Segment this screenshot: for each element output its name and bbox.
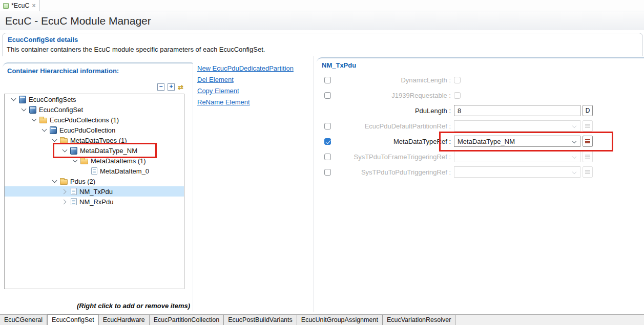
row-enable-checkbox[interactable] — [324, 138, 331, 145]
folder-icon — [60, 138, 68, 144]
tree-node-metadataitem-0[interactable]: MetaDataItem_0 — [5, 166, 184, 176]
default-value-button[interactable]: D — [583, 105, 593, 116]
form-row-dynamiclength: DynamicLength : — [324, 74, 644, 85]
field-label: J1939Requestable : — [335, 92, 451, 99]
chevron-down-icon[interactable] — [51, 178, 58, 185]
close-icon[interactable]: × — [32, 3, 35, 8]
editor-tab-ecuc[interactable]: *EcuC × — [0, 0, 40, 11]
tree-node-label: MetaDataItem_0 — [100, 167, 149, 175]
row-enable-checkbox[interactable] — [324, 154, 331, 160]
tree-node-metadataitems[interactable]: MetaDataItems (1) — [5, 156, 184, 166]
page-title: EcuC - EcuC Module Manager — [5, 15, 151, 27]
form-rows: DynamicLength : J1939Requestable : PduLe… — [317, 74, 644, 178]
form-row-metadatatyperef: MetaDataTypeRef : MetaDataType_NM — [324, 136, 644, 147]
section-box: EcucConfigSet details This container con… — [2, 33, 643, 56]
tree-node-label: EcucPduCollections (1) — [50, 116, 119, 124]
editor-tab-title: *EcuC — [11, 2, 29, 9]
tree-node-nm-rxpdu[interactable]: NM_RxPdu — [5, 197, 184, 207]
dynamiclength-checkbox[interactable] — [454, 77, 461, 83]
chevron-down-icon[interactable] — [30, 116, 37, 123]
del-element-link[interactable]: Del Element — [197, 76, 294, 83]
j1939requestable-checkbox[interactable] — [454, 92, 461, 99]
chevron-right-icon[interactable] — [61, 198, 68, 205]
list-icon — [585, 125, 590, 126]
tree-node-ecucconfigset[interactable]: EcucConfigSet — [5, 104, 184, 115]
form-row-j1939requestable: J1939Requestable : — [324, 90, 644, 101]
list-icon — [585, 156, 590, 157]
ref-list-button[interactable] — [583, 120, 593, 132]
tree-node-label: MetaDataItems (1) — [91, 157, 146, 165]
detail-form-panel: NM_TxPdu DynamicLength : J1939Requestabl… — [317, 57, 644, 311]
leaf-spacer — [81, 167, 89, 175]
chevron-down-icon[interactable] — [10, 96, 17, 103]
ref-list-button[interactable] — [583, 136, 593, 147]
folder-icon — [80, 159, 88, 164]
tab-ecucvariationresolver[interactable]: EcucVariationResolver — [383, 315, 456, 325]
row-enable-checkbox[interactable] — [324, 123, 331, 129]
chevron-down-icon[interactable] — [61, 147, 68, 154]
tree-node-label: MetaDataType_NM — [80, 147, 137, 155]
field-label: SysTPduToFrameTriggeringRef : — [335, 153, 451, 161]
tab-ecuchardware[interactable]: EcucHardware — [99, 315, 150, 325]
module-icon — [19, 96, 26, 103]
tree-node-metadatatypes[interactable]: MetaDataTypes (1) — [5, 135, 184, 145]
chevron-right-icon[interactable] — [61, 188, 68, 195]
form-editor-icon — [3, 3, 9, 9]
tree-node-ecucconfigsets[interactable]: EcucConfigSets — [5, 94, 184, 104]
section-title: EcucConfigSet details — [8, 36, 78, 44]
field-label: EcucPduDefaultPartitionRef : — [335, 122, 451, 130]
chevron-down-icon[interactable] — [20, 106, 27, 113]
form-title: NM_TxPdu — [322, 61, 644, 69]
editor-tab-bar: *EcuC × — [0, 0, 644, 11]
form-row-ecucpdudefaultpartitionref: EcucPduDefaultPartitionRef : — [324, 120, 644, 132]
tree-node-label: MetaDataTypes (1) — [70, 137, 127, 144]
chevron-down-icon[interactable] — [71, 157, 78, 164]
module-icon — [29, 106, 36, 114]
tree-panel-title: Container Hierarchical information: — [7, 67, 119, 75]
document-icon — [71, 188, 77, 195]
tree-node-ecucpducollections[interactable]: EcucPduCollections (1) — [5, 115, 184, 125]
ref-list-button[interactable] — [583, 151, 593, 162]
tab-ecucgeneral[interactable]: EcuCGeneral — [0, 315, 47, 325]
tree-node-pdus[interactable]: Pdus (2) — [5, 176, 184, 186]
chevron-down-icon[interactable] — [51, 137, 58, 144]
folder-icon — [60, 179, 68, 185]
field-label: DynamicLength : — [335, 76, 451, 84]
pane-divider — [314, 56, 314, 312]
tab-ecucconfigset[interactable]: EcucConfigSet — [47, 314, 99, 325]
tree-node-nm-txpdu[interactable]: NM_TxPdu — [5, 186, 184, 197]
expand-all-icon[interactable]: + — [168, 83, 175, 91]
document-icon — [71, 198, 77, 205]
row-enable-checkbox[interactable] — [324, 77, 331, 83]
rename-element-link[interactable]: ReName Element — [197, 99, 294, 106]
document-icon — [91, 167, 97, 175]
pdulength-input[interactable]: 8 — [454, 105, 580, 116]
chevron-down-icon — [572, 155, 576, 159]
tree-node-metadatatype-nm[interactable]: MetaDataType_NM — [5, 145, 184, 156]
systpdutopdutriggeringref-dropdown[interactable] — [454, 166, 580, 178]
new-ecucpdudedicatedpartition-link[interactable]: New EcucPduDedicatedPartition — [197, 65, 294, 72]
tree-node-label: EcucConfigSets — [29, 96, 76, 103]
refresh-icon[interactable]: ⇄ — [178, 84, 183, 91]
systpdutoframetriggeringref-dropdown[interactable] — [454, 151, 580, 162]
chevron-down-icon[interactable] — [40, 126, 48, 134]
action-links: New EcucPduDedicatedPartition Del Elemen… — [197, 65, 294, 106]
tree-node-label: NM_TxPdu — [79, 188, 113, 196]
form-header-banner: EcuC - EcuC Module Manager — [0, 11, 644, 30]
tab-ecucpartitioncollection[interactable]: EcucPartitionCollection — [150, 315, 224, 325]
module-icon — [70, 147, 77, 155]
metadatatyperef-dropdown[interactable]: MetaDataType_NM — [454, 136, 580, 147]
row-enable-checkbox[interactable] — [324, 92, 331, 99]
form-row-pdulength: PduLength : 8 D — [324, 105, 644, 116]
section-description: This container containers the EcuC modul… — [7, 46, 265, 53]
tree-node-label: Pdus (2) — [70, 178, 95, 185]
ecucpdudefaultpartitionref-dropdown[interactable] — [454, 120, 580, 132]
collapse-all-icon[interactable]: − — [157, 83, 164, 91]
row-enable-checkbox[interactable] — [324, 169, 331, 176]
tree-node-ecucpducollection[interactable]: EcucPduCollection — [5, 125, 184, 135]
form-row-systpdutopdutriggeringref: SysTPduToPduTriggeringRef : — [324, 166, 644, 178]
tab-ecucunitgroupassignment[interactable]: EcucUnitGroupAssignment — [297, 315, 383, 325]
copy-element-link[interactable]: Copy Element — [197, 88, 294, 95]
ref-list-button[interactable] — [583, 166, 593, 178]
tab-ecucpostbuildvariants[interactable]: EcucPostBuildVariants — [224, 315, 297, 325]
